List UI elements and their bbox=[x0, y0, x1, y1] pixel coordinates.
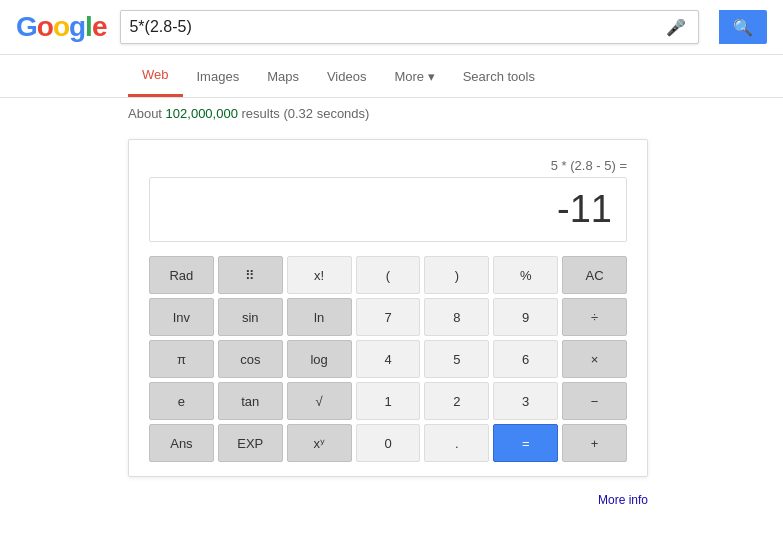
calc-btn-_[interactable]: ) bbox=[424, 256, 489, 294]
calc-btn-9[interactable]: 9 bbox=[493, 298, 558, 336]
calc-btn-EXP[interactable]: EXP bbox=[218, 424, 283, 462]
calc-btn-2[interactable]: 2 bbox=[424, 382, 489, 420]
calc-btn-_[interactable]: − bbox=[562, 382, 627, 420]
nav-item-search-tools[interactable]: Search tools bbox=[449, 57, 549, 96]
calc-btn-_[interactable]: √ bbox=[287, 382, 352, 420]
calculator: 5 * (2.8 - 5) = -11 Rad⠿x!()%ACInvsinln7… bbox=[128, 139, 648, 477]
calc-btn-x_[interactable]: xʸ bbox=[287, 424, 352, 462]
calc-btn-_[interactable]: % bbox=[493, 256, 558, 294]
calc-btn-5[interactable]: 5 bbox=[424, 340, 489, 378]
calc-btn-Ans[interactable]: Ans bbox=[149, 424, 214, 462]
expression-line: 5 * (2.8 - 5) = bbox=[149, 158, 627, 173]
calc-btn-_[interactable]: ÷ bbox=[562, 298, 627, 336]
calc-btn-cos[interactable]: cos bbox=[218, 340, 283, 378]
nav-item-more[interactable]: More ▾ bbox=[380, 57, 448, 96]
nav-item-images[interactable]: Images bbox=[183, 57, 254, 96]
nav-item-maps[interactable]: Maps bbox=[253, 57, 313, 96]
header: Google 5*(2.8-5) 🎤 🔍 bbox=[0, 0, 783, 55]
calc-btn-e[interactable]: e bbox=[149, 382, 214, 420]
calc-btn-8[interactable]: 8 bbox=[424, 298, 489, 336]
calc-btn-Inv[interactable]: Inv bbox=[149, 298, 214, 336]
calc-btn-4[interactable]: 4 bbox=[356, 340, 421, 378]
more-info: More info bbox=[0, 487, 776, 513]
calc-btn-tan[interactable]: tan bbox=[218, 382, 283, 420]
calc-btn-Rad[interactable]: Rad bbox=[149, 256, 214, 294]
calc-btn-_[interactable]: × bbox=[562, 340, 627, 378]
calculator-grid: Rad⠿x!()%ACInvsinln789÷πcoslog456×etan√1… bbox=[149, 256, 627, 462]
calc-btn-x_[interactable]: x! bbox=[287, 256, 352, 294]
calc-btn-AC[interactable]: AC bbox=[562, 256, 627, 294]
search-input[interactable]: 5*(2.8-5) bbox=[129, 18, 666, 36]
nav-bar: Web Images Maps Videos More ▾ Search too… bbox=[0, 55, 783, 98]
result-display: -11 bbox=[149, 177, 627, 242]
search-button[interactable]: 🔍 bbox=[719, 10, 767, 44]
calc-btn-_[interactable]: . bbox=[424, 424, 489, 462]
calc-btn-_[interactable]: ⠿ bbox=[218, 256, 283, 294]
calc-btn-ln[interactable]: ln bbox=[287, 298, 352, 336]
result-count: 102,000,000 bbox=[166, 106, 238, 121]
google-logo: Google bbox=[16, 11, 106, 43]
calc-btn-_[interactable]: = bbox=[493, 424, 558, 462]
calc-btn-_[interactable]: ( bbox=[356, 256, 421, 294]
nav-item-videos[interactable]: Videos bbox=[313, 57, 381, 96]
calc-btn-_[interactable]: + bbox=[562, 424, 627, 462]
calc-btn-_[interactable]: π bbox=[149, 340, 214, 378]
calc-btn-3[interactable]: 3 bbox=[493, 382, 558, 420]
mic-icon[interactable]: 🎤 bbox=[666, 18, 686, 37]
calc-btn-0[interactable]: 0 bbox=[356, 424, 421, 462]
nav-item-web[interactable]: Web bbox=[128, 55, 183, 97]
calc-btn-sin[interactable]: sin bbox=[218, 298, 283, 336]
more-info-link[interactable]: More info bbox=[598, 493, 648, 507]
calc-btn-1[interactable]: 1 bbox=[356, 382, 421, 420]
calc-btn-7[interactable]: 7 bbox=[356, 298, 421, 336]
calc-btn-log[interactable]: log bbox=[287, 340, 352, 378]
result-info: About 102,000,000 results (0.32 seconds) bbox=[0, 98, 783, 129]
calc-btn-6[interactable]: 6 bbox=[493, 340, 558, 378]
search-bar: 5*(2.8-5) 🎤 bbox=[120, 10, 699, 44]
